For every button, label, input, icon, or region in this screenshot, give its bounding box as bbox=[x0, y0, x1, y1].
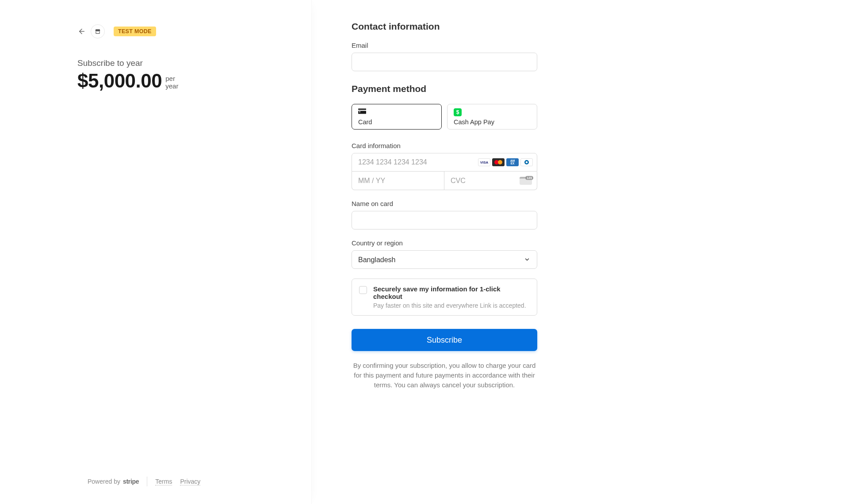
email-field[interactable] bbox=[352, 53, 537, 71]
merchant-avatar bbox=[91, 24, 105, 38]
footer-divider bbox=[147, 477, 147, 486]
price-amount: $5,000.00 bbox=[77, 70, 162, 92]
payment-method-card-label: Card bbox=[358, 118, 435, 126]
storefront-icon bbox=[95, 28, 101, 34]
name-on-card-label: Name on card bbox=[352, 200, 537, 207]
diners-icon bbox=[520, 158, 533, 166]
country-label: Country or region bbox=[352, 239, 537, 247]
save-info-title: Securely save my information for 1-click… bbox=[373, 285, 530, 300]
save-info-box: Securely save my information for 1-click… bbox=[352, 279, 537, 316]
country-select[interactable]: Bangladesh bbox=[352, 250, 537, 269]
subscribe-button[interactable]: Subscribe bbox=[352, 329, 537, 351]
disclaimer-text: By confirming your subscription, you all… bbox=[352, 361, 537, 389]
save-info-checkbox[interactable] bbox=[359, 286, 367, 294]
back-button[interactable] bbox=[77, 27, 86, 36]
freq-line2: year bbox=[165, 82, 178, 90]
mastercard-icon bbox=[492, 158, 505, 166]
powered-by-text: Powered by bbox=[88, 478, 120, 485]
card-info-label: Card information bbox=[352, 142, 537, 149]
test-mode-badge: TEST MODE bbox=[114, 27, 156, 36]
price-frequency: per year bbox=[165, 72, 178, 90]
stripe-logo: stripe bbox=[123, 478, 139, 485]
name-on-card-field[interactable] bbox=[352, 211, 537, 229]
payment-method-cashapp[interactable]: $ Cash App Pay bbox=[447, 104, 537, 130]
svg-rect-2 bbox=[358, 111, 366, 114]
email-label: Email bbox=[352, 42, 537, 49]
freq-line1: per bbox=[165, 75, 178, 82]
svg-rect-3 bbox=[359, 111, 361, 112]
contact-heading: Contact information bbox=[352, 21, 537, 32]
privacy-link[interactable]: Privacy bbox=[180, 478, 200, 485]
card-icon bbox=[358, 108, 366, 114]
payment-method-cashapp-label: Cash App Pay bbox=[454, 118, 531, 126]
cvc-hint-icon bbox=[520, 177, 532, 185]
svg-point-5 bbox=[526, 161, 528, 164]
visa-icon: VISA bbox=[478, 158, 490, 166]
amex-icon: AM EX bbox=[506, 158, 519, 166]
card-brand-icons: VISA AM EX bbox=[478, 158, 533, 166]
svg-rect-1 bbox=[358, 109, 366, 110]
cashapp-icon: $ bbox=[454, 108, 462, 116]
save-info-subtitle: Pay faster on this site and everywhere L… bbox=[373, 302, 530, 309]
arrow-left-icon bbox=[78, 27, 86, 35]
summary-header: TEST MODE bbox=[77, 24, 311, 38]
payment-method-card[interactable]: Card bbox=[352, 104, 442, 130]
left-footer: Powered by stripe Terms Privacy bbox=[88, 477, 200, 486]
terms-link[interactable]: Terms bbox=[155, 478, 172, 485]
card-expiry-field[interactable] bbox=[352, 172, 444, 190]
subscribe-title: Subscribe to year bbox=[77, 58, 311, 68]
checkout-form-panel: Contact information Email Payment method… bbox=[312, 0, 849, 504]
powered-by: Powered by stripe bbox=[88, 478, 139, 485]
price-row: $5,000.00 per year bbox=[77, 70, 311, 92]
summary-panel: TEST MODE Subscribe to year $5,000.00 pe… bbox=[0, 0, 312, 504]
payment-heading: Payment method bbox=[352, 84, 537, 94]
